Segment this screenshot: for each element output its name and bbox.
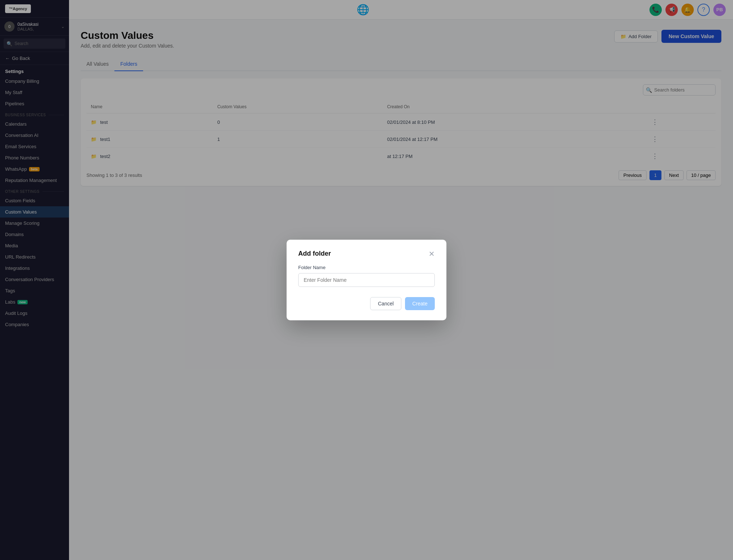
modal-body: Folder Name <box>298 265 435 287</box>
folder-name-input[interactable] <box>298 273 435 287</box>
modal-close-btn[interactable]: ✕ <box>429 250 435 257</box>
cancel-btn[interactable]: Cancel <box>370 297 401 310</box>
modal-title: Add folder <box>298 250 331 257</box>
modal-header: Add folder ✕ <box>298 250 435 257</box>
modal-overlay[interactable]: Add folder ✕ Folder Name Cancel Create <box>0 0 733 560</box>
folder-name-label: Folder Name <box>298 265 435 270</box>
add-folder-modal: Add folder ✕ Folder Name Cancel Create <box>287 240 446 320</box>
create-btn[interactable]: Create <box>405 297 435 310</box>
modal-footer: Cancel Create <box>298 297 435 310</box>
